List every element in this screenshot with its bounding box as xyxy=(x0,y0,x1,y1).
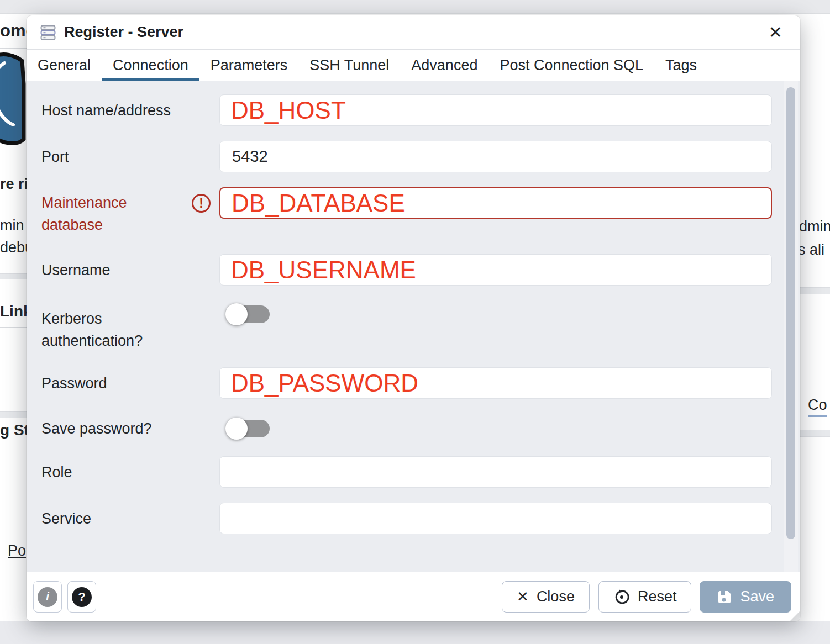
browser-top-strip xyxy=(0,0,830,14)
background-text-fragment: s ali xyxy=(798,241,824,258)
background-divider xyxy=(0,327,27,328)
background-bottom-area xyxy=(0,621,830,644)
background-text-fragment: min xyxy=(0,217,24,234)
service-input[interactable] xyxy=(219,503,772,534)
tab-advanced[interactable]: Advanced xyxy=(400,50,488,81)
scrollbar[interactable] xyxy=(784,81,798,572)
reset-button[interactable]: Reset xyxy=(598,581,692,613)
role-label: Role xyxy=(41,461,219,483)
dialog-tabbar: General Connection Parameters SSH Tunnel… xyxy=(27,50,800,81)
dialog-header: Register - Server ✕ xyxy=(27,15,800,50)
tab-tags[interactable]: Tags xyxy=(654,50,708,81)
form-row-kerberos: Kerberos authentication? xyxy=(41,303,772,352)
connection-form: Host name/address Port Maintenance datab… xyxy=(27,81,800,572)
warning-icon: ! xyxy=(192,194,211,213)
dialog-title: Register - Server xyxy=(64,24,183,41)
background-link-fragment[interactable]: Po xyxy=(8,542,26,559)
form-row-maintenance-database: Maintenance database ! xyxy=(41,187,772,238)
background-panel-gap xyxy=(800,430,830,437)
tab-connection[interactable]: Connection xyxy=(102,50,199,81)
tab-general[interactable]: General xyxy=(27,50,102,81)
close-button[interactable]: ✕ Close xyxy=(502,581,590,613)
toggle-knob xyxy=(225,418,248,440)
username-input[interactable] xyxy=(219,254,772,286)
username-label: Username xyxy=(41,259,219,281)
register-server-dialog: Register - Server ✕ General Connection P… xyxy=(27,15,800,621)
background-panel-gap xyxy=(800,287,830,294)
close-x-icon: ✕ xyxy=(517,588,529,605)
background-divider xyxy=(0,48,27,49)
form-row-username: Username xyxy=(41,254,772,286)
form-row-host: Host name/address xyxy=(41,94,772,126)
tab-parameters[interactable]: Parameters xyxy=(199,50,299,81)
host-input[interactable] xyxy=(219,94,772,126)
tab-post-connection-sql[interactable]: Post Connection SQL xyxy=(488,50,654,81)
background-heading-fragment: re ri xyxy=(0,176,28,193)
info-icon: i xyxy=(38,587,57,607)
form-row-save-password: Save password? xyxy=(41,418,772,440)
port-label: Port xyxy=(41,146,219,168)
kerberos-label: Kerberos authentication? xyxy=(41,303,219,352)
background-link-fragment[interactable]: Co xyxy=(808,397,827,417)
background-section-heading-fragment: g St xyxy=(0,421,29,439)
reset-icon xyxy=(613,589,630,605)
background-divider xyxy=(0,444,27,444)
background-panel-gap xyxy=(0,411,27,418)
server-stack-icon xyxy=(40,24,56,41)
port-input[interactable] xyxy=(219,141,772,172)
tab-ssh-tunnel[interactable]: SSH Tunnel xyxy=(298,50,400,81)
form-row-service: Service xyxy=(41,503,772,534)
form-row-role: Role xyxy=(41,456,772,488)
scrollbar-thumb[interactable] xyxy=(786,87,795,539)
maintenance-database-input[interactable] xyxy=(219,187,772,219)
save-button[interactable]: Save xyxy=(700,581,791,613)
postgresql-logo xyxy=(0,51,27,148)
form-row-password: Password xyxy=(41,367,772,399)
help-button[interactable]: ? xyxy=(67,581,96,613)
password-label: Password xyxy=(41,372,219,394)
save-password-toggle[interactable] xyxy=(225,418,270,440)
maintenance-database-label: Maintenance database ! xyxy=(41,187,219,238)
background-divider xyxy=(800,308,830,308)
pgadmin-page: ome re ri min debu Link g St Po dmin s a… xyxy=(0,0,830,644)
resize-handle[interactable] xyxy=(789,610,800,621)
toggle-knob xyxy=(225,303,248,325)
password-input[interactable] xyxy=(219,367,772,399)
background-text-fragment: dmin xyxy=(799,218,830,235)
close-icon[interactable]: ✕ xyxy=(764,22,787,43)
form-row-port: Port xyxy=(41,141,772,172)
service-label: Service xyxy=(41,508,219,530)
save-password-label: Save password? xyxy=(41,418,219,440)
host-label: Host name/address xyxy=(41,99,219,122)
background-panel-gap xyxy=(0,273,27,279)
role-input[interactable] xyxy=(219,456,772,488)
kerberos-toggle[interactable] xyxy=(225,303,270,325)
save-icon xyxy=(717,589,732,605)
dialog-footer: i ? ✕ Close Reset xyxy=(27,572,800,621)
sql-info-button[interactable]: i xyxy=(33,581,62,613)
help-icon: ? xyxy=(72,587,92,607)
